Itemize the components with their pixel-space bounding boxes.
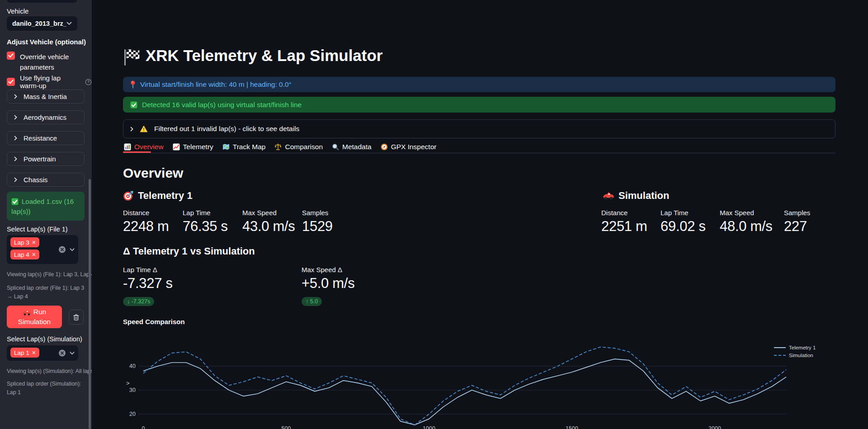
svg-text:0: 0 <box>142 425 145 429</box>
metric-value: 227 <box>784 218 810 235</box>
expander-resistance[interactable]: Resistance <box>7 131 85 145</box>
flying-lap-checkbox[interactable]: Use flying lap warm-up ? <box>7 74 92 90</box>
lap-tag-label: Lap 4 <box>14 251 29 258</box>
metric-value: 1529 <box>302 218 333 235</box>
svg-text:>: > <box>126 380 130 387</box>
expander-label: Chassis <box>24 176 47 184</box>
metric-value: -7.327 s <box>123 275 173 292</box>
tab-label: Overview <box>134 143 164 151</box>
metric-distance-simulation: Distance 2251 m <box>601 209 647 235</box>
legend-line-sample <box>774 347 786 348</box>
target-icon <box>123 190 134 201</box>
expander-powertrain[interactable]: Powertrain <box>7 152 85 166</box>
metric-maxspeed-delta: Max Speed Δ +5.0 m/s ↑ 5.0 <box>302 266 354 306</box>
metric-label: Lap Time Δ <box>123 266 173 273</box>
balance-scale-icon <box>274 143 282 151</box>
telemetry1-heading: Telemetry 1 <box>123 190 193 202</box>
legend-item-telemetry[interactable]: Telemetry 1 <box>774 344 816 351</box>
metric-label: Distance <box>123 209 169 217</box>
tab-metadata[interactable]: Metadata <box>331 141 373 156</box>
metric-label: Lap Time <box>660 209 706 217</box>
info-alert: Virtual start/finish line width: 40 m | … <box>123 77 835 92</box>
expander-label: Resistance <box>24 134 57 142</box>
metric-value: 43.0 m/s <box>242 218 295 235</box>
checkbox-checked-icon <box>7 78 15 86</box>
sidebar: Vehicle danilo_2013_brz_v... Adjust Vehi… <box>0 0 92 429</box>
warning-icon <box>140 125 148 132</box>
remove-tag-icon[interactable]: × <box>32 349 36 356</box>
expander-label: Mass & Inertia <box>24 93 67 100</box>
tab-label: Track Map <box>233 143 266 151</box>
chevron-right-icon <box>14 156 17 161</box>
metric-value: 2248 m <box>123 218 169 235</box>
tab-gpx-inspector[interactable]: GPX Inspector <box>380 141 438 156</box>
clear-simulation-button[interactable] <box>69 310 84 325</box>
expander-chassis[interactable]: Chassis <box>7 173 85 187</box>
help-icon[interactable]: ? <box>85 79 92 85</box>
sidebar-scrollbar[interactable] <box>89 179 91 429</box>
expander-mass-inertia[interactable]: Mass & Inertia <box>7 90 85 104</box>
metric-value: 2251 m <box>601 218 647 235</box>
override-params-checkbox[interactable]: Override vehicle parameters <box>7 52 80 73</box>
vehicle-select[interactable]: danilo_2013_brz_v... <box>7 16 77 31</box>
chevron-down-icon[interactable] <box>70 248 75 251</box>
delta-heading: Δ Telemetry 1 vs Simulation <box>123 245 255 257</box>
lap-tag: Lap 1× <box>10 348 39 358</box>
metric-maxspeed-telemetry: Max Speed 43.0 m/s <box>242 209 295 235</box>
legend-item-simulation[interactable]: Simulation <box>774 351 816 359</box>
success-alert-text: Detected 16 valid lap(s) using virtual s… <box>142 101 302 109</box>
chevron-down-icon[interactable] <box>70 351 75 355</box>
telemetry1-title: Telemetry 1 <box>138 190 193 202</box>
delta-badge: ↓ -7.327s <box>123 297 154 306</box>
metric-label: Max Speed <box>720 209 772 217</box>
tab-track-map[interactable]: Track Map <box>222 141 267 156</box>
tab-label: Comparison <box>285 143 323 151</box>
success-alert: Detected 16 valid lap(s) using virtual s… <box>123 97 835 113</box>
sim-multiselect-label: Select Lap(s) (Simulation) <box>7 335 82 343</box>
svg-text:40: 40 <box>129 363 136 369</box>
compass-icon <box>381 143 388 151</box>
metric-label: Lap Time <box>183 209 228 217</box>
clear-all-icon[interactable] <box>58 349 66 357</box>
metric-laptime-delta: Lap Time Δ -7.327 s ↓ -7.327s <box>123 266 173 306</box>
expander-aerodynamics[interactable]: Aerodynamics <box>7 110 85 124</box>
simulation-title: Simulation <box>618 190 669 202</box>
lap-tag-label: Lap 1 <box>14 349 29 356</box>
check-square-icon <box>11 198 19 205</box>
tab-overview[interactable]: Overview <box>123 141 165 156</box>
expander-label: Powertrain <box>24 155 56 163</box>
tab-label: Telemetry <box>183 143 213 151</box>
sim-multiselect[interactable]: Lap 1× <box>7 345 78 361</box>
metric-maxspeed-simulation: Max Speed 48.0 m/s <box>720 209 772 235</box>
tab-telemetry[interactable]: Telemetry <box>172 141 214 156</box>
lap-tag: Lap 3× <box>10 237 39 247</box>
tab-comparison[interactable]: Comparison <box>274 141 324 156</box>
svg-text:2000: 2000 <box>708 425 721 429</box>
run-simulation-button[interactable]: Run Simulation <box>7 306 62 328</box>
metric-label: Max Speed <box>242 209 295 217</box>
remove-tag-icon[interactable]: × <box>32 251 36 258</box>
tab-label: GPX Inspector <box>391 143 437 151</box>
svg-text:500: 500 <box>282 425 291 429</box>
checkbox-checked-icon <box>7 52 15 60</box>
sim-spliced-caption: Spliced lap order (Simulation): Lap 1 <box>7 380 91 397</box>
chart-increasing-icon <box>173 143 180 151</box>
delta-badge: ↑ 5.0 <box>302 297 322 306</box>
metric-label: Max Speed Δ <box>302 266 354 273</box>
tab-label: Metadata <box>342 143 372 151</box>
invalid-laps-expander[interactable]: Filtered out 1 invalid lap(s) - click to… <box>123 119 835 138</box>
expander-label: Aerodynamics <box>24 113 66 121</box>
clear-all-icon[interactable] <box>58 246 66 254</box>
check-square-icon <box>130 101 137 108</box>
file1-multiselect[interactable]: Lap 3× Lap 4× <box>7 235 78 264</box>
loaded-file-success: Loaded 1.csv (16 lap(s)) <box>7 192 85 221</box>
file1-viewing-caption: Viewing lap(s) (File 1): Lap 3, Lap 4 <box>7 270 92 279</box>
svg-text:20: 20 <box>129 411 136 417</box>
chevron-down-icon <box>66 22 72 25</box>
clipped-widget-top[interactable] <box>7 0 77 3</box>
remove-tag-icon[interactable]: × <box>32 239 36 245</box>
lap-tag: Lap 4× <box>10 250 39 259</box>
chevron-right-icon <box>14 136 17 141</box>
lap-tag-label: Lap 3 <box>14 239 29 246</box>
metric-samples-simulation: Samples 227 <box>784 209 810 235</box>
